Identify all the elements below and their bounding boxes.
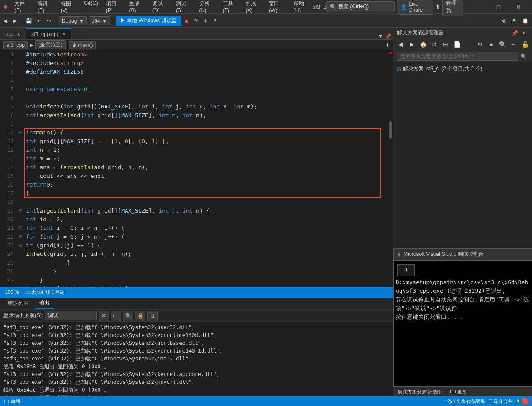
tab-git-changes[interactable]: Git 更改 <box>446 388 471 396</box>
find-button[interactable]: 🔍 <box>123 311 133 321</box>
toggle-word-wrap-button[interactable]: ⟵ <box>111 311 121 321</box>
menu-project[interactable]: 项目(P) <box>102 0 125 15</box>
panel-pin-button[interactable]: 📌 <box>510 29 519 37</box>
output-line-1: "sf3_cpp.exe" (Win32): 已加载"C:\Windows\Sy… <box>3 324 390 331</box>
solution-root[interactable]: ⊞ 解决方案 'sf3_c' (2 个项目,共 2 个) <box>393 64 532 73</box>
menu-view[interactable]: 视图(V) <box>57 0 80 15</box>
step-out-button[interactable]: ↟ <box>211 17 219 25</box>
debug-console-content[interactable]: 3 D:\mysetup\gopath\src\dsy\sf3_c\x64\De… <box>394 261 532 386</box>
solution-search-button[interactable]: 🔍 <box>518 51 529 62</box>
menu-analyze[interactable]: 分析(N) <box>196 0 218 15</box>
collapse-4 <box>17 76 24 85</box>
sol-forward-button[interactable]: ▶ <box>406 39 417 49</box>
debug-config-dropdown[interactable]: Debug ▼ <box>59 16 87 25</box>
sol-settings-button[interactable]: ⚙ <box>475 39 485 49</box>
panel-close-button[interactable]: ✕ <box>520 29 529 37</box>
collapse-22[interactable]: ⊟ <box>17 232 24 241</box>
line-num-6: 6 <box>2 94 14 102</box>
sol-filter-button[interactable]: 🔍 <box>497 39 508 49</box>
scroll-indicator[interactable] <box>387 50 393 287</box>
title-search[interactable]: 🔍 搜索 (Ctrl+Q) <box>326 1 395 12</box>
undo-button[interactable]: ↩ <box>36 17 43 25</box>
tab-sf3-cpp[interactable]: sf3_cpp.cpp ✕ <box>26 28 71 39</box>
step-into-button[interactable]: ↡ <box>202 17 209 25</box>
menu-build[interactable]: 生成(B) <box>126 0 148 15</box>
source-dropdown[interactable]: 调试 <box>45 311 97 320</box>
sol-sync-button[interactable]: ↔ <box>509 39 519 49</box>
close-button[interactable]: ✕ <box>509 0 529 14</box>
menu-test[interactable]: 测试(S) <box>172 0 195 15</box>
output-line-10: 线程 0x5b9c 已退出,返回值为 0 (0x0)。 <box>3 394 390 396</box>
scroll-thumb[interactable] <box>389 121 392 139</box>
output-line-7: "sf3_cpp.exe" (Win32): 已加载"C:\Windows\Sy… <box>3 370 390 378</box>
live-share-button[interactable]: 👤 Live Share <box>397 0 433 15</box>
tab-output[interactable]: 输出 <box>35 298 54 309</box>
copy-button[interactable]: ⧉ <box>147 311 158 321</box>
zoom-status[interactable]: 100 % <box>3 289 20 295</box>
menu-edit[interactable]: 编辑(E) <box>34 0 56 15</box>
sol-back-button[interactable]: ◀ <box>395 39 406 49</box>
collapse-23[interactable]: ⊟ <box>17 241 24 250</box>
collapse-19[interactable]: ⊟ <box>17 206 24 215</box>
tab-main-c[interactable]: main.c <box>0 28 26 39</box>
sol-collapse-button[interactable]: ⊟ <box>440 39 451 49</box>
platform-dropdown[interactable]: x64 ▼ <box>89 16 110 25</box>
menu-file[interactable]: 文件(F) <box>11 0 33 15</box>
tab-close-sf3-cpp[interactable]: ✕ <box>62 32 66 36</box>
tab-new-button[interactable]: ▼ <box>378 33 383 39</box>
code-line-1: #include <iostream> <box>26 50 387 59</box>
run-button[interactable]: ▶ 本地 Windows 调试器 <box>116 16 182 26</box>
function-dropdown[interactable]: ⊕ main() <box>69 41 96 49</box>
breadcrumb-add-button[interactable]: + <box>386 41 390 49</box>
sol-home-button[interactable]: 🏠 <box>418 39 428 49</box>
scope-dropdown[interactable]: sf3_cpp <box>3 41 28 49</box>
editor-status-bar: 100 % ⚠ 未找到相关问题 <box>0 287 393 297</box>
output-content[interactable]: "sf3_cpp.exe" (Win32): 已加载"C:\Windows\Sy… <box>0 322 393 396</box>
tab-solution-explorer[interactable]: 解决方案资源管理器 <box>393 388 446 396</box>
output-line-2: "sf3_cpp.exe" (Win32): 已加载"C:\Windows\Sy… <box>3 331 390 339</box>
clear-output-button[interactable]: ✕ <box>99 311 109 321</box>
collapse-21[interactable]: ⊟ <box>17 224 24 232</box>
git-status[interactable]: ↑ ↑ 就绪 <box>2 398 22 405</box>
menu-help[interactable]: 帮助(H) <box>290 0 313 15</box>
menu-git[interactable]: Git(G) <box>80 0 102 15</box>
save-all-button[interactable]: 💾 <box>24 17 34 25</box>
maximize-button[interactable]: □ <box>489 0 509 14</box>
tab-pin-button[interactable]: 📌 <box>385 33 391 39</box>
step-over-button[interactable]: ↷ <box>192 17 200 25</box>
line-num-1: 1 <box>2 50 14 59</box>
callstack-button[interactable]: 📋 <box>520 17 530 25</box>
code-line-11: int grid[][MAX_SIZE] = { {1, 0}, {0, 1} … <box>26 137 387 146</box>
sol-lock-button[interactable]: 🔓 <box>520 39 530 49</box>
redo-button[interactable]: ↪ <box>45 17 53 25</box>
collapse-17 <box>17 189 24 198</box>
add-to-source-control[interactable]: ↑ 添加到源代码管理 <box>442 398 488 405</box>
menu-tools[interactable]: 工具(T) <box>219 0 241 15</box>
solution-search-input[interactable] <box>397 52 518 61</box>
watch-button[interactable]: 👁 <box>510 17 519 25</box>
sol-toolbar-button[interactable]: ≡ <box>486 39 496 49</box>
stop-button[interactable]: ■ <box>183 16 190 25</box>
no-problems-status[interactable]: ⚠ 未找到相关问题 <box>24 289 66 295</box>
menu-extensions[interactable]: 扩展(X) <box>242 0 265 15</box>
notification-status[interactable]: ⚑ 1 <box>514 398 530 405</box>
breadcrumb: sf3_cpp ▶ (全局范围) ⊕ main() + <box>0 40 393 50</box>
menu-debug[interactable]: 调试(D) <box>149 0 172 15</box>
code-line-17: } <box>26 189 387 198</box>
tab-error-list[interactable]: 错误列表 <box>3 298 33 309</box>
forward-button[interactable]: ▶ <box>11 17 18 25</box>
manage-button[interactable]: 管理员 <box>442 0 463 16</box>
collapse-10[interactable]: ⊟ <box>17 128 24 137</box>
select-merge-status[interactable]: ⎕ 选择合并 <box>487 398 514 405</box>
sol-refresh-button[interactable]: ↺ <box>429 39 439 49</box>
sol-show-all-button[interactable]: 📄 <box>452 39 462 49</box>
code-content[interactable]: #include <iostream> #include <cstring> #… <box>24 50 387 287</box>
code-line-14: int ans = largestIsland(grid, n, m); <box>26 163 387 172</box>
code-area[interactable]: 1 2 3 4 5 6 7 8 9 10 11 12 13 14 15 16 1 <box>0 50 393 287</box>
lock-scroll-button[interactable]: 🔒 <box>135 311 145 321</box>
back-button[interactable]: ◀ <box>2 17 9 25</box>
menu-window[interactable]: 窗口(W) <box>265 0 289 15</box>
minimize-button[interactable]: ─ <box>469 0 489 14</box>
breakpoint-button[interactable]: ⊗ <box>500 17 508 25</box>
range-dropdown[interactable]: (全局范围) <box>35 40 66 49</box>
